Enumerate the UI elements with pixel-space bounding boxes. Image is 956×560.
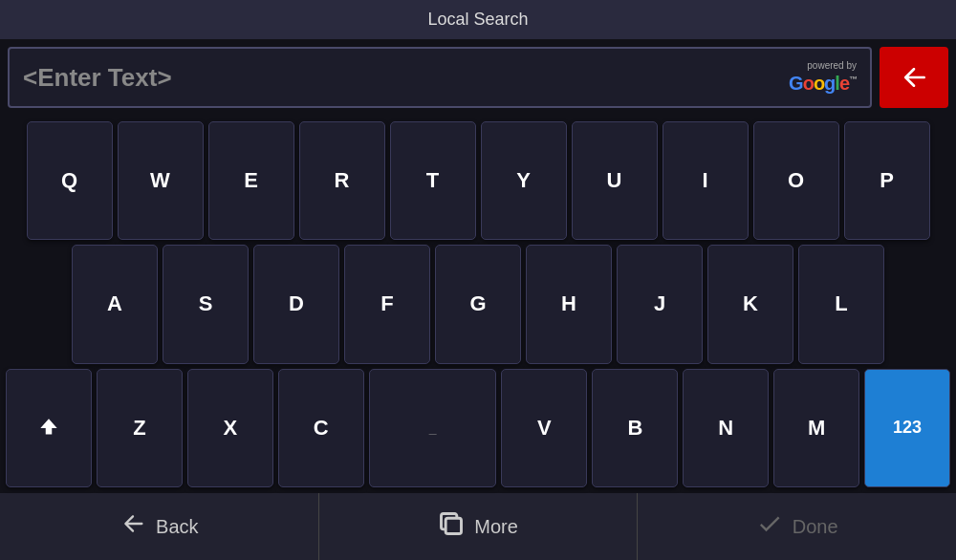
key-b[interactable]: B [592, 369, 678, 487]
key-l[interactable]: L [798, 245, 884, 363]
key-j[interactable]: J [617, 245, 703, 363]
page-title: Local Search [427, 10, 528, 29]
keyboard-row-1: Q W E R T Y U I O P [6, 121, 950, 240]
svg-rect-1 [445, 518, 461, 533]
keyboard-row-3: Z X C _ V B N M 123 [6, 369, 950, 487]
key-w[interactable]: W [118, 121, 204, 240]
key-r[interactable]: R [299, 121, 385, 240]
keyboard-area: Q W E R T Y U I O P A S D F G H J K L Z … [0, 116, 956, 493]
key-123[interactable]: 123 [864, 369, 950, 487]
key-g[interactable]: G [435, 245, 521, 363]
key-y[interactable]: Y [481, 121, 567, 240]
key-q[interactable]: Q [27, 121, 113, 240]
key-h[interactable]: H [526, 245, 612, 363]
backspace-button[interactable] [880, 47, 948, 108]
title-bar: Local Search [0, 0, 956, 39]
key-u[interactable]: U [572, 121, 658, 240]
google-badge: powered by Google™ [789, 60, 857, 95]
back-label: Back [156, 516, 198, 538]
key-o[interactable]: O [753, 121, 839, 240]
key-p[interactable]: P [844, 121, 930, 240]
key-v[interactable]: V [501, 369, 587, 487]
search-box[interactable]: <Enter Text> powered by Google™ [8, 47, 872, 108]
key-shift[interactable] [6, 369, 92, 487]
search-placeholder: <Enter Text> [23, 63, 779, 93]
keyboard-row-2: A S D F G H J K L [6, 245, 950, 363]
more-label: More [474, 516, 518, 538]
key-m[interactable]: M [773, 369, 859, 487]
key-space[interactable]: _ [369, 369, 497, 487]
key-a[interactable]: A [72, 245, 158, 363]
key-d[interactable]: D [253, 245, 339, 363]
back-button[interactable]: Back [0, 493, 319, 560]
key-k[interactable]: K [707, 245, 793, 363]
key-n[interactable]: N [683, 369, 769, 487]
bottom-bar: Back More Done [0, 493, 956, 560]
google-logo: Google™ [789, 73, 857, 95]
key-e[interactable]: E [208, 121, 294, 240]
done-button[interactable]: Done [638, 493, 956, 560]
key-f[interactable]: F [344, 245, 430, 363]
more-icon [438, 510, 465, 543]
key-z[interactable]: Z [97, 369, 183, 487]
key-i[interactable]: I [663, 121, 749, 240]
search-area: <Enter Text> powered by Google™ [0, 39, 956, 116]
key-s[interactable]: S [163, 245, 249, 363]
key-x[interactable]: X [187, 369, 273, 487]
key-t[interactable]: T [390, 121, 476, 240]
powered-by-text: powered by [807, 60, 857, 71]
check-icon [756, 510, 783, 543]
more-button[interactable]: More [319, 493, 639, 560]
back-arrow-icon [120, 510, 146, 543]
done-label: Done [793, 516, 838, 538]
key-c[interactable]: C [278, 369, 364, 487]
